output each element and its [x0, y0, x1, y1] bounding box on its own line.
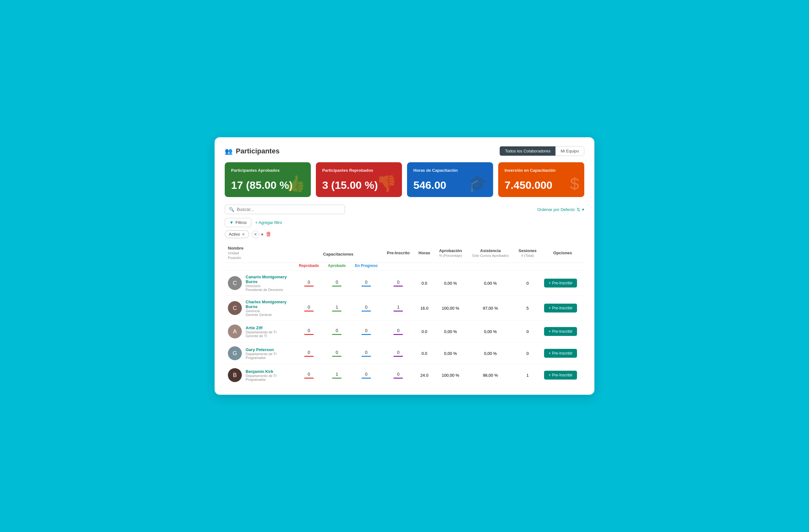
person-pos-1: Gerente General: [246, 313, 291, 317]
bar-red-0: [304, 286, 314, 287]
col-en-progreso-header: En Progreso: [350, 263, 382, 271]
aprobado-cell-3: 0: [324, 342, 350, 365]
table-row: A Artie Ziff Departamento de TI Gerente …: [225, 321, 584, 342]
asistencia-cell-2: 0,00 %: [467, 321, 514, 342]
opciones-cell-0: + Pre-Inscribir: [541, 271, 584, 296]
opciones-cell-1: + Pre-Inscribir: [541, 296, 584, 321]
chevron-down-icon: ▾: [582, 207, 584, 212]
bar-green-1: [332, 311, 342, 312]
horas-cell-2: 0.0: [414, 321, 434, 342]
sort-control[interactable]: Ordenar por Defecto ⇅ ▾: [537, 207, 584, 212]
search-input[interactable]: [237, 207, 341, 212]
person-name-4[interactable]: Benjamin Kirk: [246, 369, 277, 374]
plus-icon-0: +: [549, 281, 551, 285]
search-icon: 🔍: [229, 207, 234, 212]
horas-cell-4: 24.0: [414, 365, 434, 386]
sesiones-cell-2: 0: [514, 321, 541, 342]
col-capacitaciones-header: Capacitaciones: [294, 243, 382, 263]
filtros-button[interactable]: ▼ Filtros: [225, 218, 251, 227]
avatar-1: C: [228, 301, 242, 315]
search-row: 🔍 Ordenar por Defecto ⇅ ▾: [225, 205, 584, 214]
filter-row: ▼ Filtros + Agregar filtro: [225, 218, 584, 227]
filter-clear-btn[interactable]: ✕: [252, 231, 259, 238]
col-opciones-header: Opciones: [541, 243, 584, 263]
en-progreso-cell-3: 0: [350, 342, 382, 365]
pre-inscribir-btn-2[interactable]: + Pre-Inscribir: [544, 327, 577, 336]
aprobacion-cell-0: 0,00 %: [434, 271, 467, 296]
filter-chevron-icon[interactable]: ▾: [261, 232, 263, 237]
add-filter-button[interactable]: + Agregar filtro: [255, 220, 282, 225]
pre-inscribir-btn-0[interactable]: + Pre-Inscribir: [544, 279, 577, 287]
sesiones-cell-4: 1: [514, 365, 541, 386]
col-sesiones-header: Sesiones # (Total): [514, 243, 541, 263]
table-row: B Benjamin Kirk Departamento de TI Progr…: [225, 365, 584, 386]
person-dept-4: Departamento de TI: [246, 374, 277, 378]
avatar-4: B: [228, 368, 242, 382]
asistencia-cell-1: 97,00 %: [467, 296, 514, 321]
table-row: G Gary Peterson Departamento de TI Progr…: [225, 342, 584, 365]
active-filter-tag: Activo ✕: [225, 230, 249, 238]
person-pos-3: Programador: [246, 356, 277, 360]
plus-icon-3: +: [549, 351, 551, 355]
mi-equipo-btn[interactable]: Mi Equipo: [555, 146, 584, 156]
col-reprobado-header: Reprobado: [294, 263, 324, 271]
person-info-1: Charles Montgomery Burns Gerencia Gerent…: [246, 300, 291, 317]
avatar-2: A: [228, 324, 242, 338]
bar-green-3: [332, 356, 342, 357]
pre-inscrito-cell-2: 0: [382, 321, 415, 342]
people-icon: 👥: [225, 147, 233, 155]
search-box: 🔍: [225, 205, 345, 214]
todos-btn[interactable]: Todos los Colaboradores: [500, 146, 555, 156]
pre-inscribir-btn-1[interactable]: + Pre-Inscribir: [544, 304, 577, 313]
person-info-2: Artie Ziff Departamento de TI Gerente de…: [246, 325, 277, 338]
page-header: 👥 Participantes Todos los Colaboradores …: [225, 146, 584, 156]
person-cell-4: B Benjamin Kirk Departamento de TI Progr…: [225, 365, 294, 386]
horas-cell-3: 0.0: [414, 342, 434, 365]
person-name-1[interactable]: Charles Montgomery Burns: [246, 300, 291, 309]
person-pos-4: Programador: [246, 378, 277, 382]
person-pos-2: Gerente de TI: [246, 334, 277, 338]
person-name-2[interactable]: Artie Ziff: [246, 325, 277, 330]
person-info-0: Canario Montgomery Burns Directorio Pres…: [246, 274, 291, 291]
bar-red-3: [304, 356, 314, 357]
filter-trash-btn[interactable]: 🗑: [266, 231, 272, 237]
bar-green-4: [332, 378, 342, 378]
aprobacion-cell-1: 100,00 %: [434, 296, 467, 321]
filtros-label: Filtros: [236, 220, 246, 225]
asistencia-cell-3: 0,00 %: [467, 342, 514, 365]
pre-inscribir-btn-3[interactable]: + Pre-Inscribir: [544, 349, 577, 358]
thumbs-up-icon: 👍: [285, 174, 306, 193]
person-name-0[interactable]: Canario Montgomery Burns: [246, 274, 291, 284]
aprobado-cell-0: 0: [324, 271, 350, 296]
person-dept-2: Departamento de TI: [246, 330, 277, 334]
aprobado-cell-2: 0: [324, 321, 350, 342]
filter-remove-btn[interactable]: ✕: [242, 232, 245, 236]
reprobado-cell-4: 0: [294, 365, 324, 386]
aprobacion-cell-4: 100,00 %: [434, 365, 467, 386]
en-progreso-cell-0: 0: [350, 271, 382, 296]
stat-horas: Horas de Capacitación 546.00 🎓: [407, 162, 493, 197]
person-name-3[interactable]: Gary Peterson: [246, 347, 277, 352]
aprobado-cell-4: 1: [324, 365, 350, 386]
col-pre-inscrito-header: Pre-Inscrito: [382, 243, 415, 263]
reprobado-cell-2: 0: [294, 321, 324, 342]
bar-purple-1: [393, 311, 403, 312]
sesiones-cell-1: 5: [514, 296, 541, 321]
participants-table: Nombre Unidad Posición Capacitaciones Pr…: [225, 243, 584, 386]
plus-icon-2: +: [549, 329, 551, 334]
bar-green-2: [332, 334, 342, 335]
person-cell-1: C Charles Montgomery Burns Gerencia Gere…: [225, 296, 294, 321]
stat-inversion: Inversión en Capacitación 7.450.000 $: [498, 162, 584, 197]
plus-icon-1: +: [549, 306, 551, 310]
plus-icon-4: +: [549, 373, 551, 377]
pre-inscribir-btn-4[interactable]: + Pre-Inscribir: [544, 371, 577, 379]
pre-inscrito-cell-1: 1: [382, 296, 415, 321]
stat-reprobados: Participantes Reprobados 3 (15.00 %) 👎: [316, 162, 402, 197]
title-area: 👥 Participantes: [225, 147, 279, 155]
bar-red-2: [304, 334, 314, 335]
dollar-icon: $: [570, 174, 579, 193]
stat-inversion-label: Inversión en Capacitación: [504, 168, 578, 173]
stat-horas-label: Horas de Capacitación: [413, 168, 487, 173]
pre-inscrito-cell-4: 0: [382, 365, 415, 386]
col-horas-header: Horas: [414, 243, 434, 263]
